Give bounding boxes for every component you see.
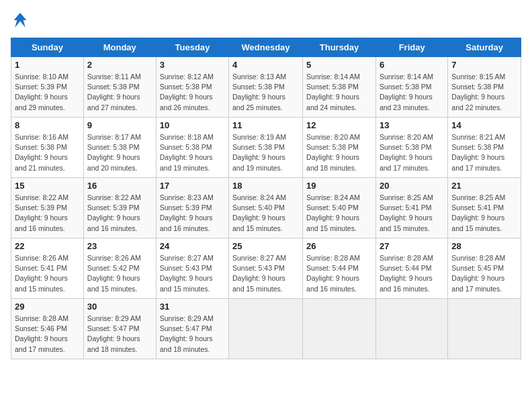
day-info: Sunrise: 8:24 AM Sunset: 5:40 PM Dayligh… xyxy=(306,193,372,234)
day-cell: 23Sunrise: 8:26 AM Sunset: 5:42 PM Dayli… xyxy=(83,238,156,299)
calendar-table: SundayMondayTuesdayWednesdayThursdayFrid… xyxy=(11,38,521,359)
day-number: 11 xyxy=(232,120,299,130)
col-header-friday: Friday xyxy=(375,38,447,57)
day-number: 1 xyxy=(15,60,80,70)
day-number: 20 xyxy=(380,181,444,191)
day-cell: 21Sunrise: 8:25 AM Sunset: 5:41 PM Dayli… xyxy=(448,178,521,238)
day-number: 6 xyxy=(380,60,444,70)
day-number: 31 xyxy=(160,302,225,312)
day-info: Sunrise: 8:26 AM Sunset: 5:41 PM Dayligh… xyxy=(15,253,80,294)
day-info: Sunrise: 8:17 AM Sunset: 5:38 PM Dayligh… xyxy=(87,132,152,173)
day-cell: 16Sunrise: 8:22 AM Sunset: 5:39 PM Dayli… xyxy=(83,178,156,238)
day-number: 8 xyxy=(15,120,80,130)
day-info: Sunrise: 8:24 AM Sunset: 5:40 PM Dayligh… xyxy=(232,193,299,234)
day-info: Sunrise: 8:21 AM Sunset: 5:38 PM Dayligh… xyxy=(451,132,517,173)
day-cell: 28Sunrise: 8:28 AM Sunset: 5:45 PM Dayli… xyxy=(448,238,521,299)
day-number: 21 xyxy=(451,181,517,191)
logo xyxy=(11,11,32,30)
day-cell: 5Sunrise: 8:14 AM Sunset: 5:38 PM Daylig… xyxy=(303,57,376,118)
day-cell: 10Sunrise: 8:18 AM Sunset: 5:38 PM Dayli… xyxy=(156,118,228,178)
col-header-tuesday: Tuesday xyxy=(156,38,228,57)
day-number: 7 xyxy=(451,60,517,70)
day-info: Sunrise: 8:20 AM Sunset: 5:38 PM Dayligh… xyxy=(306,132,372,173)
day-cell: 14Sunrise: 8:21 AM Sunset: 5:38 PM Dayli… xyxy=(448,118,521,178)
day-number: 13 xyxy=(380,120,444,130)
day-cell: 15Sunrise: 8:22 AM Sunset: 5:39 PM Dayli… xyxy=(11,178,84,238)
day-number: 26 xyxy=(306,241,372,251)
day-cell: 2Sunrise: 8:11 AM Sunset: 5:38 PM Daylig… xyxy=(83,57,156,118)
week-row-1: 1Sunrise: 8:10 AM Sunset: 5:39 PM Daylig… xyxy=(11,57,521,118)
day-info: Sunrise: 8:14 AM Sunset: 5:38 PM Dayligh… xyxy=(306,72,372,113)
day-info: Sunrise: 8:15 AM Sunset: 5:38 PM Dayligh… xyxy=(451,72,517,113)
day-number: 25 xyxy=(232,241,299,251)
day-cell: 27Sunrise: 8:28 AM Sunset: 5:44 PM Dayli… xyxy=(375,238,447,299)
day-info: Sunrise: 8:27 AM Sunset: 5:43 PM Dayligh… xyxy=(160,253,225,294)
day-cell: 8Sunrise: 8:16 AM Sunset: 5:38 PM Daylig… xyxy=(11,118,84,178)
day-cell xyxy=(303,299,376,359)
day-info: Sunrise: 8:10 AM Sunset: 5:39 PM Dayligh… xyxy=(15,72,80,113)
day-number: 4 xyxy=(232,60,299,70)
day-number: 17 xyxy=(160,181,225,191)
day-info: Sunrise: 8:11 AM Sunset: 5:38 PM Dayligh… xyxy=(87,72,152,113)
day-number: 30 xyxy=(87,302,152,312)
day-number: 18 xyxy=(232,181,299,191)
day-info: Sunrise: 8:18 AM Sunset: 5:38 PM Dayligh… xyxy=(160,132,225,173)
day-cell: 11Sunrise: 8:19 AM Sunset: 5:38 PM Dayli… xyxy=(229,118,303,178)
day-info: Sunrise: 8:12 AM Sunset: 5:38 PM Dayligh… xyxy=(160,72,225,113)
day-number: 19 xyxy=(306,181,372,191)
day-info: Sunrise: 8:27 AM Sunset: 5:43 PM Dayligh… xyxy=(232,253,299,294)
day-cell: 12Sunrise: 8:20 AM Sunset: 5:38 PM Dayli… xyxy=(303,118,376,178)
week-row-2: 8Sunrise: 8:16 AM Sunset: 5:38 PM Daylig… xyxy=(11,118,521,178)
day-info: Sunrise: 8:23 AM Sunset: 5:39 PM Dayligh… xyxy=(160,193,225,234)
day-number: 28 xyxy=(451,241,517,251)
day-cell: 7Sunrise: 8:15 AM Sunset: 5:38 PM Daylig… xyxy=(448,57,521,118)
logo-icon xyxy=(11,11,30,30)
day-info: Sunrise: 8:22 AM Sunset: 5:39 PM Dayligh… xyxy=(15,193,80,234)
day-number: 9 xyxy=(87,120,152,130)
day-info: Sunrise: 8:28 AM Sunset: 5:45 PM Dayligh… xyxy=(451,253,517,294)
day-info: Sunrise: 8:28 AM Sunset: 5:46 PM Dayligh… xyxy=(15,314,80,355)
day-info: Sunrise: 8:13 AM Sunset: 5:38 PM Dayligh… xyxy=(232,72,299,113)
day-cell: 17Sunrise: 8:23 AM Sunset: 5:39 PM Dayli… xyxy=(156,178,228,238)
day-number: 16 xyxy=(87,181,152,191)
day-info: Sunrise: 8:25 AM Sunset: 5:41 PM Dayligh… xyxy=(380,193,444,234)
day-cell xyxy=(448,299,521,359)
week-row-3: 15Sunrise: 8:22 AM Sunset: 5:39 PM Dayli… xyxy=(11,178,521,238)
day-cell: 19Sunrise: 8:24 AM Sunset: 5:40 PM Dayli… xyxy=(303,178,376,238)
day-number: 2 xyxy=(87,60,152,70)
day-info: Sunrise: 8:19 AM Sunset: 5:38 PM Dayligh… xyxy=(232,132,299,173)
day-number: 27 xyxy=(380,241,444,251)
day-number: 3 xyxy=(160,60,225,70)
day-info: Sunrise: 8:25 AM Sunset: 5:41 PM Dayligh… xyxy=(451,193,517,234)
day-cell: 31Sunrise: 8:29 AM Sunset: 5:47 PM Dayli… xyxy=(156,299,228,359)
day-cell: 25Sunrise: 8:27 AM Sunset: 5:43 PM Dayli… xyxy=(229,238,303,299)
day-cell xyxy=(229,299,303,359)
day-cell: 26Sunrise: 8:28 AM Sunset: 5:44 PM Dayli… xyxy=(303,238,376,299)
day-cell: 18Sunrise: 8:24 AM Sunset: 5:40 PM Dayli… xyxy=(229,178,303,238)
svg-marker-0 xyxy=(14,13,27,28)
page-header xyxy=(11,11,521,30)
day-number: 12 xyxy=(306,120,372,130)
week-row-5: 29Sunrise: 8:28 AM Sunset: 5:46 PM Dayli… xyxy=(11,299,521,359)
day-cell: 4Sunrise: 8:13 AM Sunset: 5:38 PM Daylig… xyxy=(229,57,303,118)
day-info: Sunrise: 8:20 AM Sunset: 5:38 PM Dayligh… xyxy=(380,132,444,173)
day-info: Sunrise: 8:29 AM Sunset: 5:47 PM Dayligh… xyxy=(87,314,152,355)
day-cell: 9Sunrise: 8:17 AM Sunset: 5:38 PM Daylig… xyxy=(83,118,156,178)
day-info: Sunrise: 8:28 AM Sunset: 5:44 PM Dayligh… xyxy=(380,253,444,294)
day-info: Sunrise: 8:14 AM Sunset: 5:38 PM Dayligh… xyxy=(380,72,444,113)
day-info: Sunrise: 8:22 AM Sunset: 5:39 PM Dayligh… xyxy=(87,193,152,234)
day-number: 29 xyxy=(15,302,80,312)
day-cell: 20Sunrise: 8:25 AM Sunset: 5:41 PM Dayli… xyxy=(375,178,447,238)
day-info: Sunrise: 8:16 AM Sunset: 5:38 PM Dayligh… xyxy=(15,132,80,173)
day-number: 24 xyxy=(160,241,225,251)
day-cell: 1Sunrise: 8:10 AM Sunset: 5:39 PM Daylig… xyxy=(11,57,84,118)
day-info: Sunrise: 8:29 AM Sunset: 5:47 PM Dayligh… xyxy=(160,314,225,355)
col-header-saturday: Saturday xyxy=(448,38,521,57)
day-cell: 13Sunrise: 8:20 AM Sunset: 5:38 PM Dayli… xyxy=(375,118,447,178)
day-info: Sunrise: 8:28 AM Sunset: 5:44 PM Dayligh… xyxy=(306,253,372,294)
week-row-4: 22Sunrise: 8:26 AM Sunset: 5:41 PM Dayli… xyxy=(11,238,521,299)
col-header-sunday: Sunday xyxy=(11,38,84,57)
col-header-monday: Monday xyxy=(83,38,156,57)
day-number: 22 xyxy=(15,241,80,251)
day-cell: 22Sunrise: 8:26 AM Sunset: 5:41 PM Dayli… xyxy=(11,238,84,299)
